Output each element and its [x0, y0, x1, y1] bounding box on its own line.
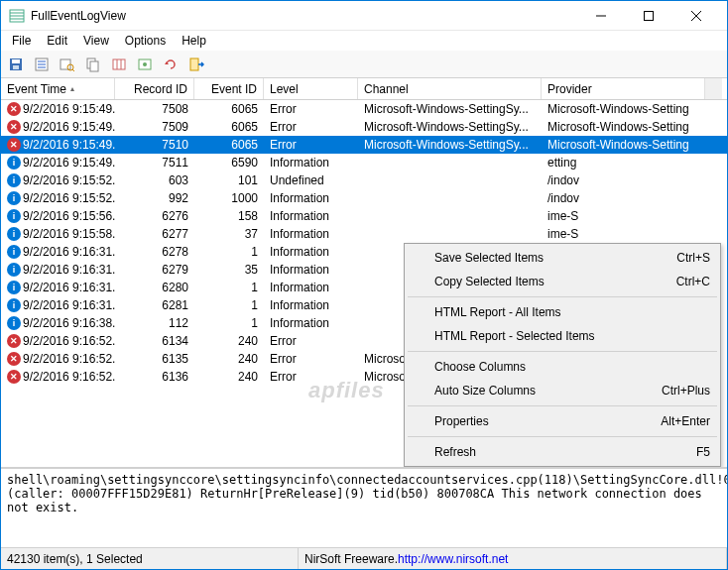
ctx-copy-selected[interactable]: Copy Selected ItemsCtrl+C — [407, 270, 718, 293]
col-record-id[interactable]: Record ID — [115, 78, 194, 99]
info-icon: i — [7, 227, 21, 241]
svg-rect-5 — [645, 11, 654, 20]
ctx-html-all[interactable]: HTML Report - All Items — [407, 300, 718, 324]
statusbar: 42130 item(s), 1 Selected NirSoft Freewa… — [1, 547, 727, 569]
table-row[interactable]: ✕9/2/2016 9:15:49...75096065ErrorMicroso… — [1, 118, 727, 136]
error-icon: ✕ — [7, 138, 21, 152]
error-icon: ✕ — [7, 120, 21, 134]
menubar: File Edit View Options Help — [1, 31, 727, 51]
ctx-html-selected[interactable]: HTML Report - Selected Items — [407, 324, 718, 348]
options-icon[interactable] — [134, 54, 156, 75]
info-icon: i — [7, 191, 21, 205]
table-row[interactable]: i9/2/2016 9:15:52...9921000Information/i… — [1, 189, 727, 207]
ctx-refresh[interactable]: RefreshF5 — [407, 440, 718, 464]
separator — [408, 436, 717, 437]
error-icon: ✕ — [7, 352, 21, 366]
titlebar: FullEventLogView — [1, 1, 727, 31]
info-icon: i — [7, 263, 21, 277]
scroll-left-icon[interactable]: ◄ — [1, 468, 18, 469]
separator — [408, 405, 717, 406]
col-event-id[interactable]: Event ID — [194, 78, 264, 99]
refresh-icon[interactable] — [160, 54, 182, 75]
col-channel[interactable]: Channel — [358, 78, 542, 99]
menu-file[interactable]: File — [5, 32, 38, 50]
save-icon[interactable] — [5, 54, 27, 75]
info-icon: i — [7, 156, 21, 170]
info-icon: i — [7, 245, 21, 259]
error-icon: ✕ — [7, 334, 21, 348]
info-icon: i — [7, 209, 21, 223]
status-credit: NirSoft Freeware. http://www.nirsoft.net — [299, 548, 727, 569]
menu-options[interactable]: Options — [118, 32, 173, 50]
info-icon: i — [7, 173, 21, 187]
table-row[interactable]: ✕9/2/2016 9:15:49...75086065ErrorMicroso… — [1, 100, 727, 118]
context-menu: Save Selected ItemsCtrl+S Copy Selected … — [404, 243, 721, 467]
svg-rect-20 — [113, 59, 125, 69]
col-event-time[interactable]: Event Time▴ — [1, 78, 115, 99]
table-row[interactable]: i9/2/2016 9:15:56...6276158Informationim… — [1, 207, 727, 225]
error-icon: ✕ — [7, 102, 21, 116]
app-icon — [9, 8, 25, 24]
maximize-button[interactable] — [626, 2, 671, 30]
copy-icon[interactable] — [82, 54, 104, 75]
svg-point-24 — [143, 62, 147, 66]
menu-view[interactable]: View — [76, 32, 116, 50]
col-provider[interactable]: Provider — [542, 78, 705, 99]
toolbar — [1, 51, 727, 78]
ctx-save-selected[interactable]: Save Selected ItemsCtrl+S — [407, 246, 718, 270]
table-row[interactable]: i9/2/2016 9:15:52...603101Undefined/indo… — [1, 171, 727, 189]
svg-rect-9 — [12, 59, 20, 63]
ctx-auto-size[interactable]: Auto Size ColumnsCtrl+Plus — [407, 379, 718, 402]
svg-rect-19 — [90, 61, 98, 71]
status-count: 42130 item(s), 1 Selected — [1, 548, 299, 569]
ctx-choose-columns[interactable]: Choose Columns — [407, 355, 718, 379]
search-icon[interactable] — [57, 54, 78, 75]
properties-icon[interactable] — [31, 54, 53, 75]
exit-icon[interactable] — [185, 54, 207, 75]
detail-pane[interactable]: shell\roaming\settingsynccore\settingsyn… — [1, 468, 727, 547]
svg-line-17 — [72, 69, 74, 71]
table-row[interactable]: i9/2/2016 9:15:58...627737Informationime… — [1, 225, 727, 243]
separator — [408, 296, 717, 297]
horizontal-scrollbar[interactable]: ◄ ► — [1, 467, 727, 468]
table-row[interactable]: i9/2/2016 9:15:49...75116590Informatione… — [1, 154, 727, 171]
nirsoft-link[interactable]: http://www.nirsoft.net — [398, 552, 508, 566]
sort-asc-icon: ▴ — [70, 84, 74, 93]
table-row[interactable]: ✕9/2/2016 9:15:49...75106065ErrorMicroso… — [1, 136, 727, 154]
minimize-button[interactable] — [578, 2, 624, 30]
scroll-right-icon[interactable]: ► — [693, 468, 710, 469]
error-icon: ✕ — [7, 370, 21, 384]
event-grid: Event Time▴ Record ID Event ID Level Cha… — [1, 78, 727, 468]
separator — [408, 351, 717, 352]
svg-rect-10 — [13, 65, 19, 69]
grid-header: Event Time▴ Record ID Event ID Level Cha… — [1, 78, 727, 100]
close-button[interactable] — [673, 2, 719, 30]
svg-rect-26 — [190, 58, 198, 70]
menu-help[interactable]: Help — [175, 32, 213, 50]
columns-icon[interactable] — [108, 54, 130, 75]
info-icon: i — [7, 316, 21, 330]
info-icon: i — [7, 298, 21, 312]
menu-edit[interactable]: Edit — [40, 32, 74, 50]
info-icon: i — [7, 281, 21, 294]
ctx-properties[interactable]: PropertiesAlt+Enter — [407, 409, 718, 433]
window-title: FullEventLogView — [31, 9, 578, 23]
col-level[interactable]: Level — [264, 78, 358, 99]
